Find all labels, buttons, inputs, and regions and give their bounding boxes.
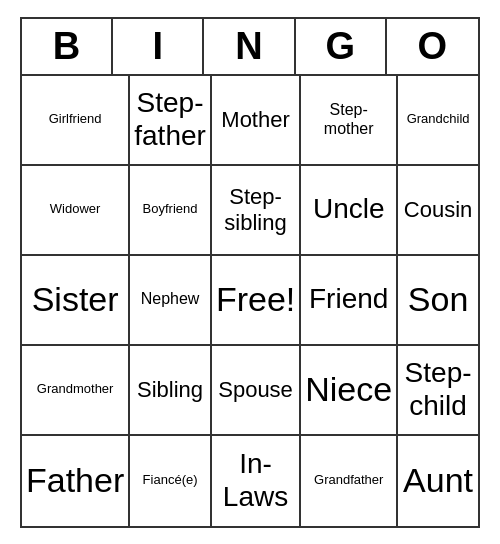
cell-text: Widower (50, 202, 101, 217)
bingo-cell: Sister (22, 256, 130, 346)
cell-text: Sister (32, 280, 119, 319)
cell-text: Step-child (405, 357, 472, 421)
cell-text: Cousin (404, 197, 472, 222)
bingo-grid: GirlfriendStep-fatherMotherStep-motherGr… (22, 76, 478, 526)
cell-text: Girlfriend (49, 112, 102, 127)
bingo-cell: Father (22, 436, 130, 526)
cell-text: Uncle (313, 193, 385, 225)
cell-text: Grandmother (37, 382, 114, 397)
cell-text: Niece (305, 370, 392, 409)
cell-text: Grandchild (407, 112, 470, 127)
bingo-header: BINGO (22, 19, 478, 76)
header-letter: I (113, 19, 204, 74)
bingo-cell: Grandchild (398, 76, 478, 166)
header-letter: N (204, 19, 295, 74)
header-letter: O (387, 19, 478, 74)
bingo-card: BINGO GirlfriendStep-fatherMotherStep-mo… (20, 17, 480, 528)
cell-text: Friend (309, 283, 388, 315)
bingo-cell: Friend (301, 256, 398, 346)
bingo-cell: In-Laws (212, 436, 301, 526)
cell-text: Father (26, 461, 124, 500)
header-letter: B (22, 19, 113, 74)
cell-text: In-Laws (223, 448, 288, 512)
bingo-cell: Cousin (398, 166, 478, 256)
bingo-cell: Son (398, 256, 478, 346)
cell-text: Aunt (403, 461, 473, 500)
bingo-cell: Nephew (130, 256, 212, 346)
cell-text: Fiancé(e) (143, 473, 198, 488)
bingo-cell: Free! (212, 256, 301, 346)
bingo-cell: Grandfather (301, 436, 398, 526)
bingo-cell: Uncle (301, 166, 398, 256)
cell-text: Grandfather (314, 473, 383, 488)
cell-text: Step-mother (324, 101, 374, 138)
cell-text: Step-father (134, 87, 206, 151)
cell-text: Son (408, 280, 469, 319)
cell-text: Boyfriend (143, 202, 198, 217)
bingo-cell: Grandmother (22, 346, 130, 436)
bingo-cell: Widower (22, 166, 130, 256)
cell-text: Sibling (137, 377, 203, 402)
cell-text: Nephew (141, 290, 200, 308)
bingo-cell: Step-sibling (212, 166, 301, 256)
bingo-cell: Step-child (398, 346, 478, 436)
cell-text: Free! (216, 280, 295, 319)
bingo-cell: Step-mother (301, 76, 398, 166)
cell-text: Mother (221, 107, 289, 132)
bingo-cell: Boyfriend (130, 166, 212, 256)
bingo-cell: Fiancé(e) (130, 436, 212, 526)
header-letter: G (296, 19, 387, 74)
bingo-cell: Niece (301, 346, 398, 436)
bingo-cell: Mother (212, 76, 301, 166)
bingo-cell: Spouse (212, 346, 301, 436)
cell-text: Spouse (218, 377, 293, 402)
bingo-cell: Girlfriend (22, 76, 130, 166)
bingo-cell: Step-father (130, 76, 212, 166)
cell-text: Step-sibling (224, 184, 286, 235)
bingo-cell: Aunt (398, 436, 478, 526)
bingo-cell: Sibling (130, 346, 212, 436)
